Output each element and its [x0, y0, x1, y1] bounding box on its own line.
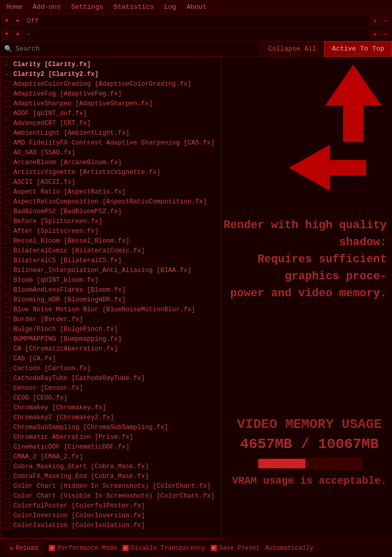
- list-item[interactable]: BilateralComic [BilateralComic.fx]: [1, 246, 221, 256]
- toolbar1-plus[interactable]: +: [370, 17, 380, 26]
- list-item[interactable]: Bulge/Pinch [BulgePinch.fx]: [1, 324, 221, 334]
- effect-checkbox[interactable]: [4, 512, 10, 519]
- effect-checkbox[interactable]: [4, 287, 10, 293]
- save-preset-checkbox[interactable]: ✓: [210, 545, 217, 551]
- list-item[interactable]: Bilinear_Interpolation_Anti_Aliasing [BI…: [1, 265, 221, 275]
- list-item[interactable]: Cobra_Masking_Start [Cobra_Mask.fx]: [1, 461, 221, 471]
- list-item[interactable]: Blooming_HDR [BloomingHDR.fx]: [1, 295, 221, 305]
- list-item[interactable]: ArtisticVignette [ArtisticVignette.fx]: [1, 167, 221, 177]
- active-to-top-button[interactable]: Active To Top: [324, 41, 392, 57]
- list-item[interactable]: CMAA_2 [CMAA_2.fx]: [1, 452, 221, 461]
- list-item[interactable]: AspectRatioComposition [AspectRatioCompo…: [1, 197, 221, 206]
- effect-checkbox[interactable]: [4, 483, 10, 489]
- effect-checkbox[interactable]: [4, 169, 10, 176]
- effect-checkbox[interactable]: [4, 326, 10, 332]
- list-item[interactable]: Bloom [qUINT_bloom.fx]: [1, 275, 221, 285]
- list-item[interactable]: CEOG [CEOG.fx]: [1, 393, 221, 403]
- effect-checkbox[interactable]: ✓: [4, 71, 10, 77]
- menu-item-addons[interactable]: Add-ons: [30, 2, 63, 12]
- list-item[interactable]: CinematicDOF [CinematicDOF.fx]: [1, 442, 221, 452]
- list-item[interactable]: AdvancedCRT [CRT.fx]: [1, 118, 221, 128]
- list-item[interactable]: AO_SAO [SSAO.fx]: [1, 148, 221, 157]
- effect-checkbox[interactable]: [4, 443, 10, 450]
- list-item[interactable]: ColorfulPoster [ColorfulPoster.fx]: [1, 501, 221, 511]
- list-item[interactable]: BilateralCS [BilateralCS.fx]: [1, 256, 221, 265]
- list-item[interactable]: CA [ChromaticAberration.fx]: [1, 344, 221, 354]
- effect-checkbox[interactable]: [4, 375, 10, 381]
- effect-checkbox[interactable]: [4, 502, 10, 509]
- list-item[interactable]: Chromakey [Chromakey.fx]: [1, 403, 221, 412]
- effect-checkbox[interactable]: [4, 345, 10, 352]
- toolbar1-minus[interactable]: −: [381, 17, 390, 26]
- list-item[interactable]: ColorInversion [ColorInversion.fx]: [1, 511, 221, 520]
- effect-checkbox[interactable]: [4, 492, 10, 499]
- effect-checkbox[interactable]: [4, 463, 10, 470]
- list-item[interactable]: CathodeRayTube [CathodeRayTube.fx]: [1, 373, 221, 383]
- toolbar2-arrow-left[interactable]: ▼: [2, 30, 11, 39]
- list-item[interactable]: ASCII [ASCII.fx]: [1, 177, 221, 187]
- effect-checkbox[interactable]: [4, 404, 10, 411]
- effect-checkbox[interactable]: [4, 159, 10, 166]
- performance-mode-checkbox[interactable]: ✓: [48, 545, 55, 551]
- effect-checkbox[interactable]: [4, 149, 10, 156]
- effect-checkbox[interactable]: [4, 188, 10, 195]
- effect-checkbox[interactable]: [4, 306, 10, 313]
- list-item[interactable]: After [Splitscreen.fx]: [1, 226, 221, 236]
- menu-item-home[interactable]: Home: [4, 2, 24, 12]
- list-item[interactable]: Censor [Censor.fx]: [1, 383, 221, 393]
- list-item[interactable]: CAb [CA.fx]: [1, 354, 221, 363]
- effect-checkbox[interactable]: [4, 237, 10, 244]
- list-item[interactable]: ✓Clarity [Clarity.fx]: [1, 59, 221, 69]
- effect-checkbox[interactable]: [4, 453, 10, 460]
- list-item[interactable]: ✓Clarity2 [Clarity2.fx]: [1, 69, 221, 79]
- effect-checkbox[interactable]: [4, 394, 10, 401]
- list-item[interactable]: BadBloomPS2 [BadBloomPS2.fx]: [1, 206, 221, 216]
- list-item[interactable]: AdaptiveSharpen [AdaptiveSharpen.fx]: [1, 99, 221, 108]
- toolbar1-arrow-left[interactable]: ▼: [2, 17, 11, 26]
- effect-checkbox[interactable]: [4, 522, 10, 529]
- list-item[interactable]: Border [Border.fx]: [1, 314, 221, 324]
- effect-checkbox[interactable]: [4, 81, 10, 87]
- list-item[interactable]: BloomAndLensFlares [Bloom.fx]: [1, 285, 221, 295]
- menu-item-settings[interactable]: Settings: [69, 2, 105, 12]
- effect-checkbox[interactable]: [4, 120, 10, 126]
- effect-checkbox[interactable]: [4, 179, 10, 185]
- collapse-all-button[interactable]: Collapse All: [260, 41, 324, 57]
- effect-checkbox[interactable]: [4, 434, 10, 440]
- list-item[interactable]: ADOF [qUINT_dof.fx]: [1, 108, 221, 118]
- toolbar2-arrow-right[interactable]: ►: [13, 30, 23, 39]
- effect-checkbox[interactable]: [4, 277, 10, 283]
- list-item[interactable]: AdaptiveColorGrading [AdaptiveColorGradi…: [1, 79, 221, 89]
- menu-item-about[interactable]: About: [185, 2, 209, 12]
- effect-checkbox[interactable]: [4, 90, 10, 97]
- list-item[interactable]: Color Chart (Hidden In Screenshots) [Col…: [1, 481, 221, 491]
- effect-checkbox[interactable]: [4, 424, 10, 431]
- effect-checkbox[interactable]: [4, 228, 10, 234]
- reload-button[interactable]: ↻ Reload: [4, 542, 43, 554]
- effect-checkbox[interactable]: [4, 267, 10, 274]
- disable-transparency-checkbox[interactable]: ✓: [122, 545, 129, 551]
- effect-checkbox[interactable]: [4, 365, 10, 372]
- effect-checkbox[interactable]: [4, 316, 10, 323]
- effect-checkbox[interactable]: [4, 336, 10, 342]
- effect-checkbox[interactable]: [4, 218, 10, 225]
- menu-item-statistics[interactable]: Statistics: [111, 2, 156, 12]
- toolbar2-minus[interactable]: −: [381, 30, 390, 39]
- list-item[interactable]: AMD FidelityFX Contrast Adaptive Sharpen…: [1, 138, 221, 148]
- list-item[interactable]: ChromaSubSampling [ChromaSubSampling.fx]: [1, 422, 221, 432]
- effect-checkbox[interactable]: [4, 100, 10, 107]
- list-item[interactable]: Bessel_Bloom [Bessel_Bloom.fx]: [1, 236, 221, 246]
- list-item[interactable]: AmbientLight [AmbientLight.fx]: [1, 128, 221, 138]
- list-item[interactable]: Chromakey2 [Chromakey2.fx]: [1, 412, 221, 422]
- effect-checkbox[interactable]: [4, 110, 10, 117]
- toolbar2-plus[interactable]: +: [370, 30, 380, 39]
- effect-checkbox[interactable]: [4, 296, 10, 303]
- effect-checkbox[interactable]: [4, 473, 10, 480]
- effect-checkbox[interactable]: ✓: [4, 61, 10, 68]
- list-item[interactable]: Color Chart (Visible In Screenshots) [Co…: [1, 491, 221, 501]
- menu-item-log[interactable]: Log: [162, 2, 178, 12]
- effect-checkbox[interactable]: [4, 130, 10, 136]
- effect-checkbox[interactable]: [4, 198, 10, 205]
- list-item[interactable]: Before [Splitscreen.fx]: [1, 216, 221, 226]
- effect-checkbox[interactable]: [4, 257, 10, 264]
